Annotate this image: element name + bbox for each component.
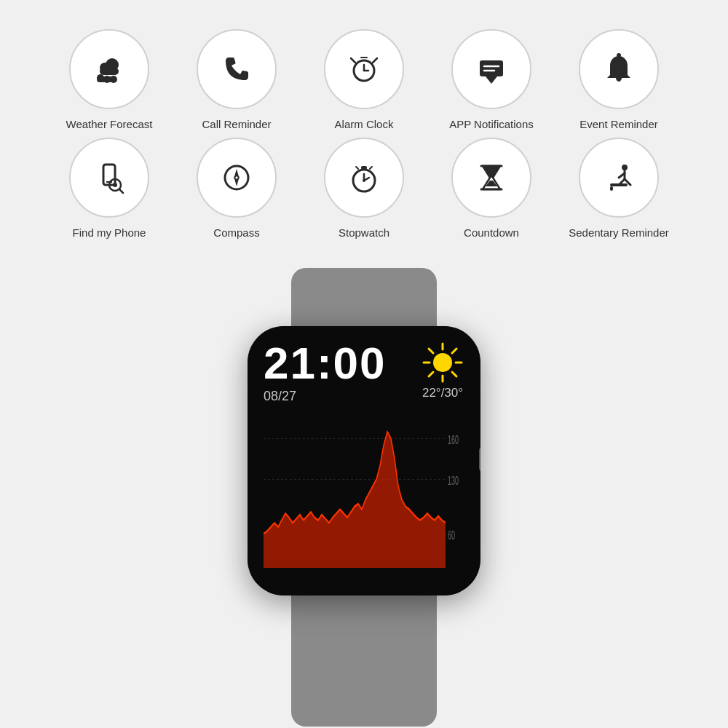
watch-container: 21:00 08/27 [233, 268, 495, 727]
phone-icon [218, 50, 256, 88]
watch-time: 21:00 [264, 341, 387, 386]
features-row-2: Find my Phone Compass [46, 138, 683, 239]
feature-find-my-phone: Find my Phone [46, 138, 173, 239]
alarm-clock-circle [324, 29, 404, 109]
sun-icon [421, 341, 464, 384]
svg-rect-17 [617, 53, 621, 58]
watch-top-row: 21:00 08/27 [264, 341, 464, 404]
find-my-phone-circle [69, 138, 149, 218]
call-reminder-circle [197, 29, 277, 109]
svg-rect-2 [100, 68, 119, 75]
sedentary-icon [600, 159, 638, 197]
svg-point-30 [363, 179, 365, 182]
weather-forecast-circle [69, 29, 149, 109]
svg-line-48 [452, 372, 456, 376]
svg-text:160: 160 [448, 433, 459, 447]
svg-rect-27 [361, 166, 367, 170]
watch-temp: 22°/30° [422, 386, 463, 400]
watch-date: 08/27 [264, 389, 387, 404]
feature-sedentary-reminder: Sedentary Reminder [555, 138, 683, 239]
svg-line-11 [373, 58, 377, 63]
app-notifications-circle [451, 29, 531, 109]
watch-band-bottom [291, 596, 437, 727]
feature-call-reminder: Call Reminder [173, 29, 301, 130]
compass-icon [218, 159, 256, 197]
svg-line-31 [356, 167, 358, 169]
watch-crown [479, 446, 480, 472]
event-reminder-circle [579, 29, 659, 109]
cloud-icon [90, 50, 128, 88]
watch-chart: 160 130 60 [264, 411, 464, 588]
watch-time-date: 21:00 08/27 [264, 341, 387, 404]
find-my-phone-label: Find my Phone [73, 226, 146, 239]
compass-circle [197, 138, 277, 218]
svg-text:130: 130 [448, 474, 459, 488]
feature-stopwatch: Stopwatch [301, 138, 428, 239]
bell-icon [600, 50, 638, 88]
feature-compass: Compass [173, 138, 301, 239]
svg-rect-41 [610, 186, 613, 191]
features-grid: Weather Forecast Call Reminder [15, 29, 713, 239]
features-row-1: Weather Forecast Call Reminder [46, 29, 683, 130]
watch-body: 21:00 08/27 [248, 326, 480, 596]
alarm-clock-label: Alarm Clock [335, 118, 394, 130]
countdown-icon [472, 159, 510, 197]
sedentary-reminder-circle [579, 138, 659, 218]
watch-section: 21:00 08/27 [0, 268, 728, 727]
app-notifications-label: APP Notifications [449, 118, 534, 130]
svg-line-49 [452, 349, 456, 353]
feature-alarm-clock: Alarm Clock [301, 29, 428, 130]
watch-screen: 21:00 08/27 [248, 326, 480, 596]
svg-rect-40 [610, 183, 628, 186]
watch-band-top [291, 268, 437, 326]
compass-label: Compass [213, 226, 259, 239]
svg-line-50 [429, 372, 433, 376]
watch-weather: 22°/30° [421, 341, 464, 400]
feature-event-reminder: Event Reminder [555, 29, 683, 130]
svg-line-47 [429, 349, 433, 353]
event-reminder-label: Event Reminder [579, 118, 658, 130]
svg-rect-13 [480, 60, 503, 76]
feature-countdown: Countdown [428, 138, 555, 239]
weather-forecast-label: Weather Forecast [66, 118, 153, 130]
countdown-label: Countdown [464, 226, 519, 239]
svg-line-21 [119, 189, 123, 193]
svg-point-42 [433, 353, 452, 372]
feature-app-notifications: APP Notifications [428, 29, 555, 130]
svg-text:60: 60 [448, 529, 455, 542]
feature-weather-forecast: Weather Forecast [46, 29, 173, 130]
alarm-icon [345, 50, 383, 88]
heart-rate-chart: 160 130 60 [264, 411, 464, 588]
stopwatch-icon [345, 159, 383, 197]
call-reminder-label: Call Reminder [202, 118, 271, 130]
findphone-icon [90, 159, 128, 197]
svg-marker-25 [234, 176, 240, 186]
svg-line-32 [370, 167, 372, 169]
features-section: Weather Forecast Call Reminder [0, 0, 728, 253]
svg-marker-14 [486, 76, 497, 84]
notification-icon [472, 50, 510, 88]
stopwatch-circle [324, 138, 404, 218]
sedentary-reminder-label: Sedentary Reminder [569, 226, 669, 239]
stopwatch-label: Stopwatch [339, 226, 389, 239]
svg-line-10 [351, 58, 355, 63]
svg-rect-6 [97, 76, 116, 82]
countdown-circle [451, 138, 531, 218]
svg-point-22 [113, 183, 117, 187]
